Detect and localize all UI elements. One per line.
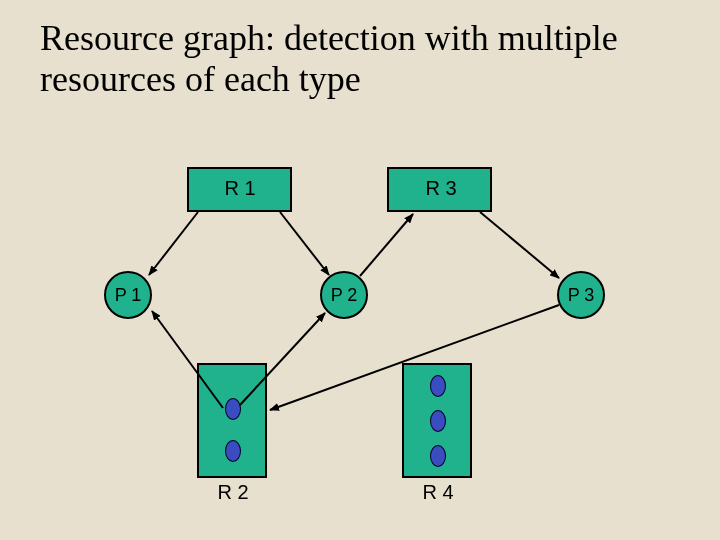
process-p3: P 3 [557,271,605,319]
resource-r4-instance [430,375,446,397]
resource-r4-instance [430,410,446,432]
process-p1: P 1 [104,271,152,319]
process-p2: P 2 [320,271,368,319]
resource-r2-instance [225,440,241,462]
resource-r4-instance [430,445,446,467]
resource-r1-label: R 1 [215,177,265,200]
resource-r2-instance [225,398,241,420]
process-p1-label: P 1 [115,285,142,306]
process-p2-label: P 2 [331,285,358,306]
resource-r2-label: R 2 [208,481,258,504]
svg-line-4 [480,212,559,278]
resource-r4-label: R 4 [413,481,463,504]
process-p3-label: P 3 [568,285,595,306]
resource-r3-label: R 3 [416,177,466,200]
svg-line-3 [360,214,413,276]
svg-line-1 [149,212,198,275]
page-title: Resource graph: detection with multiple … [40,18,680,101]
svg-line-2 [280,212,329,275]
